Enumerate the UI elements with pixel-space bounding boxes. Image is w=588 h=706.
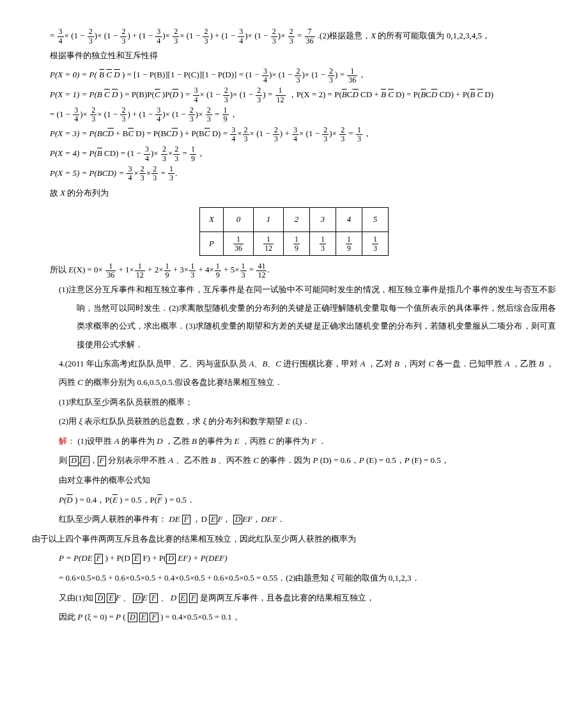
t: 的事件为 [276,436,311,446]
solution-line-7: P = P(DE F ) + P(D E F) + P(D EF) + P(DE… [32,549,556,568]
c2: 2 [283,208,309,232]
t: ( [123,612,125,622]
t: ) + P(D [105,553,132,563]
commentary-para: (1)注意区分互斥事件和相互独立事件，互斥事件是在同一试验中不可能同时发生的情况… [32,281,556,354]
t: CD) = [104,148,127,158]
t: + B [116,129,128,138]
t: + 4× [198,265,213,274]
t: 所以 [50,265,68,274]
t: 、乙不胜 [176,455,211,465]
c0: 0 [223,208,253,232]
solution-line-6: 由于以上四个事件两两互斥且各盘比赛的结果相互独立，因此红队至少两人获胜的概率为 [32,530,556,549]
t: 的事件为 [199,436,234,446]
t: (2)用 [59,416,79,426]
t: 各一盘．已知甲胜 [436,359,504,368]
t: + 2× [148,265,163,274]
txt: 的所有可能取值为 0,1,2,3,4,5， [376,31,490,40]
t: (D) = 0.6， [320,455,359,465]
t: D) = P(BC [135,129,171,138]
txt: = [50,31,57,40]
solution-line-9: 又由(1)知 D EF 、 DE F 、 D E F 是两两互斥事件，且各盘比赛… [32,589,556,608]
solution-line-2: 则 D,E，F 分别表示甲不胜 A 、乙不胜 B 、丙不胜 C 的事件．因为 P… [32,451,556,470]
c5: 5 [362,208,388,232]
t: ，P(X = 2) = P( [288,90,342,99]
t: ，乙胜 [512,359,539,368]
t: ) = 0.4，P( [75,495,112,505]
t: 红队至少两人获胜的事件有： [59,514,167,524]
t: EF) + P(DEF) [178,553,227,563]
t: + 3× [173,265,189,274]
t: 是两两互斥事件，且各盘比赛的结果相互独立， [200,593,375,602]
t: 的事件为 [121,436,157,446]
t: + 1× [118,265,134,274]
t: + 5× [224,265,239,274]
t: 又由(1)知 [59,593,93,602]
t: P(X = 4) = P( [50,148,97,158]
line-2: 根据事件的独立性和互斥性得 [32,47,556,65]
solution-line-8: = 0.6×0.5×0.5 + 0.6×0.5×0.5 + 0.4×0.5×0.… [32,569,556,588]
t: 、 [160,593,169,602]
t: 、丙不胜 [218,455,253,465]
t: )P( [162,90,173,99]
t: (F) = 0.5， [412,455,449,465]
t: P(X = 1) = P(B [50,90,104,99]
t: 、 [123,593,131,602]
t: 的分布列为 [65,188,109,198]
t: 的概率分别为 0.6,0.5,0.5.假设各盘比赛结果相互独立． [85,377,282,387]
t: (E) = 0.5， [366,455,405,465]
t: F) + P( [143,553,166,563]
solution-line-3: 由对立事件的概率公式知 [32,471,556,490]
t: 故 [50,188,60,198]
t: 因此 [59,612,77,622]
t: ． [318,436,327,446]
t: ) = 0.5． [164,495,194,505]
t: = [50,109,57,119]
t: 的分布列和数学期望 [208,416,285,426]
t: 则 [59,455,67,465]
t: (ξ)． [293,416,310,426]
t: CD) + P( [439,90,470,99]
distribution-table: X 0 1 2 3 4 5 P 136 112 19 13 19 13 [199,207,389,256]
th-x: X [200,208,224,232]
t: ) + P(B [180,129,204,138]
t: D) = P( [396,90,421,99]
eq-line-1: = 34× (1 − 23)× (1 − 23) + (1 − 34)× 23×… [32,27,556,45]
solution-line-1: 解： (1)设甲胜 A 的事件为 D ，乙胜 B 的事件为 E ，丙胜 C 的事… [32,432,556,451]
dist-header: 故 X 的分布列为 [32,184,556,203]
solution-line-4: P(D ) = 0.4，P(E ) = 0.5，P(F ) = 0.5． [32,491,556,510]
expectation: 所以 E(X) = 0× 136 + 1×112 + 2×19 + 3×13 +… [32,261,556,279]
t: ，丙对 [401,359,428,368]
t: D) [484,90,493,99]
eq-px0: P(X = 0) = P( B C D ) = [1 − P(B)][1 − P… [32,66,556,84]
c3: 3 [309,208,336,232]
q4-part2: (2)用 ξ 表示红队队员获胜的总盘数，求 ξ 的分布列和数学期望 E (ξ)． [32,412,556,431]
th-p: P [200,231,224,256]
t: 分别表示甲不胜 [108,455,168,465]
t: 进行围棋比赛，甲对 [283,359,360,368]
t: 表示红队队员获胜的总盘数，求 [84,416,203,426]
t: ，乙对 [368,359,394,368]
t: P( [59,495,66,505]
t: 4.(2011 年山东高考)红队队员甲、乙、丙与蓝队队员 [59,359,249,368]
t: = 0.6×0.5×0.5 + 0.6×0.5×0.5 + 0.4×0.5×0.… [59,573,331,583]
t: 可能的取值为 0,1,2,3． [337,573,420,583]
c1: 1 [253,208,283,232]
q4-stem: 4.(2011 年山东高考)红队队员甲、乙、丙与蓝队队员 A、B、C 进行围棋比… [32,355,556,391]
t: ) = 0.4×0.5×0.5 = 0.1， [160,612,240,622]
solution-line-5: 红队至少两人获胜的事件有： DE F ，D EF， DEF，DEF． [32,510,556,529]
t: P = P(DE [59,553,95,563]
t: (X) = 0× [74,265,103,274]
eq-px3: P(X = 3) = P(BCD + BC D) = P(BCD ) + P(B… [32,125,556,143]
t: EF，DEF． [242,514,285,524]
solution-label: 解： [59,436,75,446]
t: (1)设甲胜 [77,436,114,446]
txt: .(2)根据题意， [318,31,371,40]
t: 的事件．因为 [261,455,313,465]
t: P(X = 5) = P(BCD) = [50,168,126,178]
eq-px5: P(X = 5) = P(BCD) = 34×23×23 = 13. [32,164,556,183]
c4: 4 [336,208,362,232]
q4-part1: (1)求红队至少两名队员获胜的概率； [32,393,556,412]
eq-px1: P(X = 1) = P(B C D ) = P(B)P(C )P(D ) = … [32,86,556,104]
solution-line-10: 因此 P (ξ = 0) = P ( D E F ) = 0.4×0.5×0.5… [32,608,556,627]
t: CD + [360,90,381,99]
